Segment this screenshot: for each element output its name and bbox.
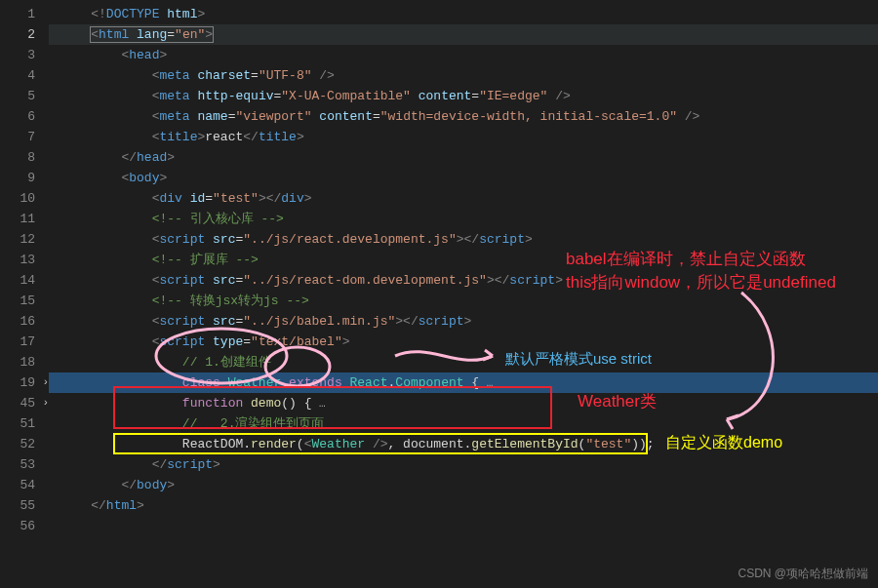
- code-line[interactable]: [49, 516, 878, 536]
- line-number: 54: [0, 475, 49, 495]
- line-number: 56: [0, 516, 49, 536]
- code-line[interactable]: <!-- 转换jsx转为js -->: [49, 291, 878, 311]
- code-line[interactable]: <!-- 扩展库 -->: [49, 250, 878, 270]
- code-line[interactable]: <script src="../js/react.development.js"…: [49, 229, 878, 250]
- code-line[interactable]: </html>: [49, 495, 878, 516]
- code-line[interactable]: <script src="../js/babel.min.js"></scrip…: [49, 311, 878, 332]
- line-number: 12: [0, 229, 49, 250]
- code-line[interactable]: <meta http-equiv="X-UA-Compatible" conte…: [49, 86, 878, 106]
- code-line[interactable]: function demo() { …: [49, 393, 878, 413]
- line-number-gutter: 12345678910111213141516171819›45›5152535…: [0, 0, 49, 588]
- line-number: 10: [0, 188, 49, 209]
- code-area[interactable]: <!DOCTYPE html> <html lang="en"> <head> …: [49, 0, 878, 588]
- code-line[interactable]: <title>react</title>: [49, 127, 878, 147]
- line-number: 51: [0, 413, 49, 434]
- line-number: 18: [0, 352, 49, 372]
- code-line[interactable]: <meta charset="UTF-8" />: [49, 65, 878, 86]
- line-number: 2: [0, 24, 49, 45]
- code-line[interactable]: <head>: [49, 45, 878, 65]
- code-line[interactable]: <body>: [49, 168, 878, 188]
- code-line[interactable]: <script src="../js/react-dom.development…: [49, 270, 878, 291]
- code-line[interactable]: <html lang="en">: [49, 24, 878, 45]
- code-line[interactable]: // 2.渲染组件到页面: [49, 413, 878, 434]
- line-number: 6: [0, 106, 49, 127]
- code-line[interactable]: </head>: [49, 147, 878, 168]
- line-number: 8: [0, 147, 49, 168]
- line-number: 5: [0, 86, 49, 106]
- code-line[interactable]: <!DOCTYPE html>: [49, 4, 878, 24]
- line-number: 16: [0, 311, 49, 332]
- fold-icon[interactable]: ›: [42, 372, 49, 393]
- code-line[interactable]: class Weather extends React.Component { …: [49, 372, 878, 393]
- line-number: 11: [0, 209, 49, 229]
- line-number: 3: [0, 45, 49, 65]
- watermark: CSDN @项哈哈想做前端: [738, 566, 868, 582]
- code-line[interactable]: <!-- 引入核心库 -->: [49, 209, 878, 229]
- line-number: 14: [0, 270, 49, 291]
- line-number: 9: [0, 168, 49, 188]
- line-number: 55: [0, 495, 49, 516]
- fold-icon[interactable]: ›: [42, 393, 49, 413]
- line-number: 13: [0, 250, 49, 270]
- line-number: 17: [0, 332, 49, 352]
- line-number: 7: [0, 127, 49, 147]
- line-number: 19›: [0, 372, 49, 393]
- line-number: 53: [0, 454, 49, 475]
- line-number: 15: [0, 291, 49, 311]
- line-number: 52: [0, 434, 49, 454]
- code-line[interactable]: // 1.创建组件: [49, 352, 878, 372]
- code-line[interactable]: </script>: [49, 454, 878, 475]
- line-number: 4: [0, 65, 49, 86]
- code-line[interactable]: </body>: [49, 475, 878, 495]
- line-number: 1: [0, 4, 49, 24]
- code-line[interactable]: <div id="test"></div>: [49, 188, 878, 209]
- code-editor[interactable]: 12345678910111213141516171819›45›5152535…: [0, 0, 878, 588]
- code-line[interactable]: ReactDOM.render(<Weather />, document.ge…: [49, 434, 878, 454]
- code-line[interactable]: <script type="text/babel">: [49, 332, 878, 352]
- line-number: 45›: [0, 393, 49, 413]
- code-line[interactable]: <meta name="viewport" content="width=dev…: [49, 106, 878, 127]
